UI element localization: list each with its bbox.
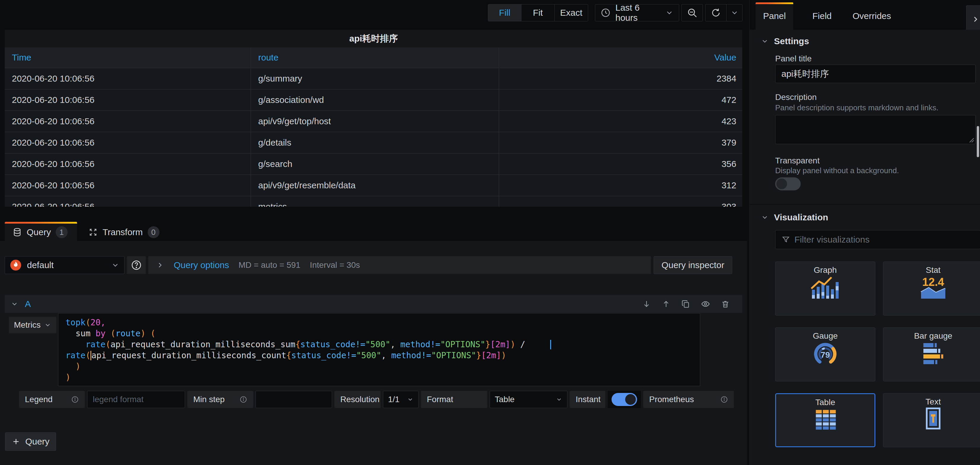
time-zoom-out-button[interactable]: [681, 4, 703, 21]
size-mode-exact-button[interactable]: Exact: [555, 5, 588, 21]
info-icon[interactable]: [720, 396, 728, 403]
sidebar-tab-panel[interactable]: Panel: [756, 2, 793, 30]
transform-icon: [88, 228, 98, 237]
panel-title-input[interactable]: [781, 69, 969, 79]
move-query-down-icon[interactable]: [642, 299, 651, 309]
promql-code-editor[interactable]: topk(20, sum by (route) ( rate(api_reque…: [58, 313, 700, 386]
format-select[interactable]: Table: [490, 391, 567, 408]
chevron-down-icon: [761, 213, 768, 221]
size-mode-fit-button[interactable]: Fit: [522, 5, 555, 21]
visualization-section-header[interactable]: Visualization: [761, 212, 828, 223]
cell-time: 2020-06-20 10:06:56: [5, 175, 250, 196]
panel-preview: api耗时排序 Time route Value 2020-06-20 10:0…: [5, 30, 742, 207]
tab-transform[interactable]: Transform 0: [81, 222, 172, 241]
database-icon: [13, 228, 22, 237]
transparent-toggle[interactable]: [775, 177, 801, 190]
prometheus-flame-icon: [10, 259, 22, 271]
column-header-value[interactable]: Value: [499, 48, 742, 68]
chevron-down-icon: [44, 322, 51, 329]
panel-options-content: Settings Panel title Description Panel d…: [750, 30, 980, 465]
info-icon[interactable]: [240, 396, 247, 403]
table-row: 2020-06-20 10:06:56g/summary2384: [5, 68, 742, 89]
cell-value: 2384: [499, 68, 742, 89]
collapse-sidebar-button[interactable]: [966, 5, 980, 33]
svg-text:79: 79: [821, 350, 830, 360]
grafana-panel-editor: Fill Fit Exact Last 6 hours api耗时排序: [0, 0, 980, 465]
tab-transform-label: Transform: [103, 227, 143, 237]
delete-query-trash-icon[interactable]: [721, 299, 730, 309]
info-icon[interactable]: [71, 396, 79, 403]
add-query-button[interactable]: Query: [5, 432, 56, 451]
chevron-down-icon: [111, 261, 119, 269]
viz-card-label: Table: [816, 398, 835, 407]
query-options-label: Query options: [174, 260, 229, 270]
column-header-time[interactable]: Time: [5, 48, 250, 68]
datasource-picker[interactable]: default: [5, 256, 124, 274]
clock-icon: [601, 8, 611, 18]
viz-card-table[interactable]: Table: [775, 393, 875, 447]
viz-card-graph[interactable]: Graph: [775, 261, 875, 315]
cell-route: g/details: [251, 132, 499, 153]
instant-toggle[interactable]: [611, 393, 637, 406]
results-table: Time route Value 2020-06-20 10:06:56g/su…: [5, 48, 742, 207]
refresh-interval-dropdown[interactable]: [726, 5, 742, 21]
disable-query-eye-icon[interactable]: [701, 299, 710, 309]
cell-time: 2020-06-20 10:06:56: [5, 68, 250, 89]
move-query-up-icon[interactable]: [662, 299, 671, 309]
column-header-route[interactable]: route: [251, 48, 499, 68]
angle-right-icon: [156, 261, 164, 269]
query-options-bar[interactable]: Query options MD = auto = 591 Interval =…: [148, 256, 651, 274]
legend-format-input[interactable]: [93, 395, 179, 404]
chevron-down-icon: [11, 300, 18, 308]
description-help: Panel description supports markdown and …: [775, 103, 939, 112]
sidebar-tab-field[interactable]: Field: [803, 2, 841, 30]
cell-time: 2020-06-20 10:06:56: [5, 111, 250, 132]
viz-card-gauge[interactable]: Gauge 79: [775, 327, 875, 381]
metrics-button-label: Metrics: [14, 320, 41, 330]
metrics-dropdown-button[interactable]: Metrics: [9, 317, 56, 333]
cell-time: 2020-06-20 10:06:56: [5, 132, 250, 153]
refresh-button[interactable]: [705, 5, 726, 21]
tab-query[interactable]: Query 1: [5, 222, 77, 241]
min-step-label: Min step: [187, 391, 253, 408]
plus-icon: [11, 437, 21, 446]
description-textarea[interactable]: [775, 115, 975, 144]
viz-card-bar-gauge[interactable]: Bar gauge: [883, 327, 980, 381]
text-icon: [918, 407, 948, 431]
resize-grip-icon[interactable]: [968, 136, 974, 143]
sidebar-tab-overrides[interactable]: Overrides: [849, 2, 894, 30]
duplicate-query-icon[interactable]: [681, 299, 690, 309]
viz-card-label: Stat: [926, 266, 940, 275]
filter-visualizations-input[interactable]: [794, 234, 974, 245]
datasource-help-button[interactable]: [127, 256, 146, 274]
datasource-name: default: [27, 260, 54, 270]
query-inspector-button[interactable]: Query inspector: [654, 256, 732, 274]
section-divider: [750, 204, 980, 205]
cell-value: 356: [499, 154, 742, 174]
instant-label: Instant: [570, 391, 605, 408]
tab-query-label: Query: [27, 227, 51, 237]
code-line: rate(api_request_duration_milliseconds_c…: [65, 350, 693, 361]
zoom-out-icon: [687, 7, 697, 18]
viz-card-label: Text: [926, 397, 940, 406]
query-options-row: Legend Min step Resolution 1/1 Format: [19, 391, 734, 408]
min-step-input[interactable]: [261, 395, 326, 404]
resolution-select[interactable]: 1/1: [383, 391, 418, 408]
panel-size-mode-group: Fill Fit Exact: [488, 4, 588, 21]
visualization-grid: Graph Stat 12.4 Gauge 79Bar gauge TableT…: [775, 261, 980, 447]
cell-value: 472: [499, 89, 742, 110]
legend-label: Legend: [19, 391, 85, 408]
viz-card-stat[interactable]: Stat 12.4: [883, 261, 980, 315]
code-line: sum by (route) (: [65, 328, 693, 339]
query-row-header[interactable]: A: [5, 295, 742, 313]
viz-card-label: Gauge: [813, 331, 838, 341]
query-editor-section: default Query options MD = auto = 591 In…: [0, 241, 747, 465]
viz-card-text[interactable]: Text: [883, 393, 980, 447]
cell-value: 312: [499, 175, 742, 196]
size-mode-fill-button[interactable]: Fill: [488, 5, 522, 21]
settings-section-header[interactable]: Settings: [761, 36, 809, 46]
time-range-picker[interactable]: Last 6 hours: [595, 4, 679, 21]
sidebar-scrollbar-thumb[interactable]: [977, 126, 979, 157]
refresh-button-group: [705, 4, 743, 21]
toggle-knob: [625, 394, 636, 405]
